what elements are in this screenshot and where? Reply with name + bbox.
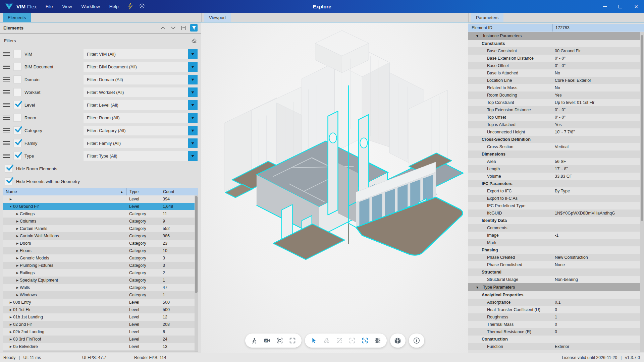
tree-expand-icon[interactable]: ▶ (15, 212, 20, 216)
filter-dropdown[interactable]: Filter: Workset (All)▼ (84, 87, 198, 97)
tree-expand-icon[interactable]: ▶ (8, 330, 13, 334)
chevron-down-icon[interactable] (169, 24, 177, 32)
tab-parameters[interactable]: Parameters (471, 13, 503, 22)
info-icon[interactable] (411, 335, 422, 346)
parameter-section-instance-parameters[interactable]: ▼Instance Parameters (468, 32, 640, 40)
drag-handle-icon[interactable] (3, 52, 10, 56)
filter-dropdown[interactable]: Filter: Domain (All)▼ (84, 75, 198, 84)
tree-expand-icon[interactable]: ▶ (8, 345, 13, 348)
table-row-floors[interactable]: ▶FloorsCategory10 (3, 247, 195, 254)
frame-view-icon[interactable] (287, 335, 298, 346)
table-row-railings[interactable]: ▶RailingsCategory2 (3, 269, 195, 277)
tree-expand-icon[interactable]: ▶ (15, 256, 20, 260)
table-row-02-2nd-flr[interactable]: ▶02 2nd FlrLevel208 (3, 321, 195, 328)
option-checkbox[interactable] (5, 177, 13, 185)
display-settings-icon[interactable] (372, 335, 383, 346)
building-model[interactable] (201, 22, 468, 353)
parameter-section-type-parameters[interactable]: ▼Type Parameters (468, 283, 640, 291)
tree-expand-icon[interactable]: ▶ (8, 338, 13, 341)
tree-expand-icon[interactable]: ▶ (15, 286, 20, 289)
tree-expand-icon[interactable]: ▶ (15, 242, 20, 245)
dropdown-arrow-icon[interactable]: ▼ (188, 138, 198, 148)
table-row-02b-2nd-landing[interactable]: ▶02b 2nd LandingLevel6 (3, 328, 195, 336)
tree-expand-icon[interactable]: ▶ (8, 315, 13, 319)
table-row-06-flr-penthouse[interactable]: ▶06 Flr PenthouseLevel2 (3, 350, 195, 352)
lightning-icon[interactable] (127, 3, 133, 11)
tree-expand-icon[interactable]: ▶ (15, 220, 20, 223)
filter-dropdown[interactable]: Filter: Family (All)▼ (84, 138, 198, 148)
filter-dropdown[interactable]: Filter: VIM (All)▼ (84, 49, 198, 59)
dropdown-arrow-icon[interactable]: ▼ (188, 49, 198, 59)
table-row-ceilings[interactable]: ▶CeilingsCategory11 (3, 210, 195, 218)
tree-expand-icon[interactable]: ▶ (15, 227, 20, 230)
filter-dropdown[interactable]: Filter: BIM Document (All)▼ (84, 62, 198, 72)
table-row-01-1st-flr[interactable]: ▶01 1st FlrLevel500 (3, 306, 195, 313)
select-similar-icon[interactable]: A (359, 335, 371, 346)
menu-workflow[interactable]: Workflow (82, 4, 100, 9)
dropdown-arrow-icon[interactable]: ▼ (188, 100, 198, 110)
filter-checkbox[interactable] (13, 75, 21, 83)
table-row-columns[interactable]: ▶ColumnsCategory9 (3, 218, 195, 225)
filter-checkbox[interactable] (13, 152, 21, 160)
section-collapse-icon[interactable]: ▼ (473, 34, 482, 38)
dropdown-arrow-icon[interactable]: ▼ (188, 126, 198, 135)
table-row-00b-entry[interactable]: ▶00b EntryLevel500 (3, 299, 195, 306)
theme-sun-icon[interactable] (139, 3, 145, 10)
menu-help[interactable]: Help (109, 4, 119, 9)
dropdown-arrow-icon[interactable]: ▼ (188, 151, 198, 161)
dropdown-arrow-icon[interactable]: ▼ (188, 75, 198, 84)
tree-expand-icon[interactable]: ▶ (15, 293, 20, 297)
filter-dropdown[interactable]: Filter: Type (All)▼ (84, 151, 198, 161)
column-header-type[interactable]: Type (126, 188, 160, 195)
table-row-row[interactable]: ▶Level394 (3, 195, 195, 203)
dropdown-arrow-icon[interactable]: ▼ (188, 113, 198, 123)
close-button[interactable]: × (628, 0, 644, 13)
filter-checkbox[interactable] (13, 114, 21, 122)
tree-expand-icon[interactable]: ▶ (15, 271, 20, 275)
table-row-plumbing-fixtures[interactable]: ▶Plumbing FixturesCategory3 (3, 262, 195, 269)
table-row-generic-models[interactable]: ▶Generic ModelsCategory3 (3, 254, 195, 262)
table-row-curtain-wall-mullions[interactable]: ▶Curtain Wall MullionsCategory986 (3, 232, 195, 240)
parameters-scrollbar[interactable] (640, 32, 644, 352)
filter-checkbox[interactable] (13, 63, 21, 71)
table-row-curtain-panels[interactable]: ▶Curtain PanelsCategory552 (3, 225, 195, 232)
eraser-icon[interactable] (191, 38, 197, 43)
filter-checkbox[interactable] (13, 101, 21, 109)
table-row-01b-1st-landing[interactable]: ▶01b 1st LandingLevel12 (3, 313, 195, 321)
tree-expand-icon[interactable]: ▶ (15, 249, 20, 252)
filter-dropdown[interactable]: Filter: Level (All)▼ (84, 100, 198, 110)
table-row-walls[interactable]: ▶WallsCategory47 (3, 284, 195, 291)
walk-mode-icon[interactable] (249, 335, 260, 346)
table-row-03-3rd-flr-roof[interactable]: ▶03 3rd Flr/RoofLevel24 (3, 336, 195, 343)
maximize-button[interactable] (612, 0, 628, 13)
dropdown-arrow-icon[interactable]: ▼ (188, 87, 198, 97)
table-row-specialty-equipment[interactable]: ▶Specialty EquipmentCategory1 (3, 277, 195, 284)
tree-expand-icon[interactable]: ▶ (8, 301, 13, 304)
model-box-icon[interactable] (392, 335, 404, 346)
frame-selection-icon[interactable] (346, 335, 358, 346)
table-row-doors[interactable]: ▶DoorsCategory23 (3, 240, 195, 247)
camera-icon[interactable]: A (261, 335, 273, 346)
tab-elements[interactable]: Elements (3, 13, 31, 22)
table-row-05-belvedere[interactable]: ▶05 BelvedereLevel13 (3, 343, 195, 350)
select-icon[interactable] (308, 335, 320, 346)
filter-dropdown[interactable]: Filter: Room (All)▼ (84, 113, 198, 123)
tree-expand-icon[interactable]: ▶ (15, 264, 20, 267)
tree-collapse-icon[interactable]: ▼ (8, 205, 13, 208)
drag-handle-icon[interactable] (3, 128, 10, 132)
tree-expand-icon[interactable]: ▶ (8, 308, 13, 311)
drag-handle-icon[interactable] (3, 65, 10, 69)
drag-handle-icon[interactable] (3, 154, 10, 158)
tree-expand-icon[interactable]: ▶ (15, 234, 20, 238)
column-header-name[interactable]: Name ▲ (3, 188, 126, 195)
dropdown-arrow-icon[interactable]: ▼ (188, 62, 198, 72)
section-collapse-icon[interactable]: ▼ (473, 286, 482, 289)
drag-handle-icon[interactable] (3, 103, 10, 107)
table-row-windows[interactable]: ▶WindowsCategory1 (3, 291, 195, 299)
viewport-3d[interactable]: AA (201, 22, 468, 353)
tree-expand-icon[interactable]: ▶ (8, 323, 13, 326)
collapse-all-icon[interactable] (180, 24, 187, 32)
filter-checkbox[interactable] (13, 126, 21, 134)
filter-dropdown[interactable]: Filter: Category (All)▼ (84, 126, 198, 135)
filter-funnel-icon[interactable] (190, 24, 198, 32)
